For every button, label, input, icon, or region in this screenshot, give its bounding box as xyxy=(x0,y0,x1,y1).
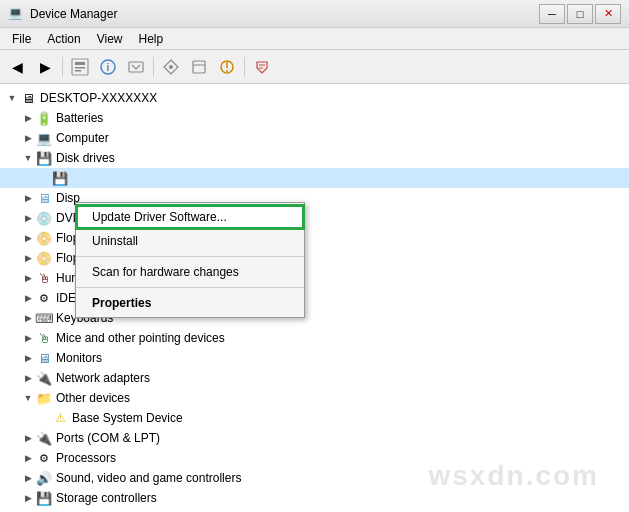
label-otherdevices: Other devices xyxy=(56,391,130,405)
app-icon: 💻 xyxy=(8,6,24,22)
expander-processors[interactable]: ▶ xyxy=(20,450,36,466)
tree-item-ports[interactable]: ▶ 🔌 Ports (COM & LPT) xyxy=(0,428,629,448)
ctx-separator-2 xyxy=(76,287,304,288)
main-area: ▼ 🖥 DESKTOP-XXXXXXX ▶ 🔋 Batteries ▶ 💻 Co… xyxy=(0,84,629,512)
svg-rect-6 xyxy=(129,62,143,72)
tree-item-disk-child[interactable]: 💾 xyxy=(0,168,629,188)
expander-otherdevices[interactable]: ▼ xyxy=(20,390,36,406)
label-basesystem: Base System Device xyxy=(72,411,183,425)
menu-bar: File Action View Help xyxy=(0,28,629,50)
maximize-button[interactable]: □ xyxy=(567,4,593,24)
menu-action[interactable]: Action xyxy=(39,30,88,48)
expander-human[interactable]: ▶ xyxy=(20,270,36,286)
ctx-item-scan[interactable]: Scan for hardware changes xyxy=(76,260,304,284)
tree-item-systemdevices[interactable]: ▶ ⚙ System devices xyxy=(0,508,629,512)
expander-diskdrives[interactable]: ▼ xyxy=(20,150,36,166)
menu-help[interactable]: Help xyxy=(131,30,172,48)
icon-dvd: 💿 xyxy=(36,210,52,226)
tree-item-batteries[interactable]: ▶ 🔋 Batteries xyxy=(0,108,629,128)
label-network: Network adapters xyxy=(56,371,150,385)
label-sound: Sound, video and game controllers xyxy=(56,471,241,485)
tree-item-storage[interactable]: ▶ 💾 Storage controllers xyxy=(0,488,629,508)
expander-floppy2[interactable]: ▶ xyxy=(20,250,36,266)
window-controls: ─ □ ✕ xyxy=(539,4,621,24)
expander-disk-child xyxy=(36,170,52,186)
expander-computer[interactable]: ▶ xyxy=(20,130,36,146)
label-ports: Ports (COM & LPT) xyxy=(56,431,160,445)
icon-human: 🖱 xyxy=(36,270,52,286)
label-root: DESKTOP-XXXXXXX xyxy=(40,91,157,105)
icon-basesystem: ⚠ xyxy=(52,410,68,426)
toolbar-btn-6[interactable] xyxy=(214,54,240,80)
tree-item-monitors[interactable]: ▶ 🖥 Monitors xyxy=(0,348,629,368)
menu-file[interactable]: File xyxy=(4,30,39,48)
expander-root[interactable]: ▼ xyxy=(4,90,20,106)
tree-item-mice[interactable]: ▶ 🖱 Mice and other pointing devices xyxy=(0,328,629,348)
toolbar: ◀ ▶ i xyxy=(0,50,629,84)
toolbar-btn-3[interactable] xyxy=(123,54,149,80)
expander-dvd[interactable]: ▶ xyxy=(20,210,36,226)
expander-monitors[interactable]: ▶ xyxy=(20,350,36,366)
ctx-label-uninstall: Uninstall xyxy=(92,234,138,248)
tree-item-otherdevices[interactable]: ▼ 📁 Other devices xyxy=(0,388,629,408)
title-bar: 💻 Device Manager ─ □ ✕ xyxy=(0,0,629,28)
icon-root: 🖥 xyxy=(20,90,36,106)
icon-ports: 🔌 xyxy=(36,430,52,446)
expander-ide[interactable]: ▶ xyxy=(20,290,36,306)
toolbar-separator-2 xyxy=(153,57,154,77)
label-mice: Mice and other pointing devices xyxy=(56,331,225,345)
toolbar-btn-7[interactable] xyxy=(249,54,275,80)
label-diskdrives: Disk drives xyxy=(56,151,115,165)
icon-storage: 💾 xyxy=(36,490,52,506)
label-batteries: Batteries xyxy=(56,111,103,125)
svg-rect-8 xyxy=(193,61,205,73)
toolbar-btn-4[interactable] xyxy=(158,54,184,80)
icon-monitors: 🖥 xyxy=(36,350,52,366)
expander-display[interactable]: ▶ xyxy=(20,190,36,206)
label-storage: Storage controllers xyxy=(56,491,157,505)
ctx-label-scan: Scan for hardware changes xyxy=(92,265,239,279)
menu-view[interactable]: View xyxy=(89,30,131,48)
svg-text:i: i xyxy=(107,62,110,73)
expander-ports[interactable]: ▶ xyxy=(20,430,36,446)
ctx-item-update[interactable]: Update Driver Software... xyxy=(76,205,304,229)
expander-mice[interactable]: ▶ xyxy=(20,330,36,346)
toolbar-separator-1 xyxy=(62,57,63,77)
label-monitors: Monitors xyxy=(56,351,102,365)
expander-network[interactable]: ▶ xyxy=(20,370,36,386)
label-processors: Processors xyxy=(56,451,116,465)
expander-basesystem xyxy=(36,410,52,426)
svg-rect-1 xyxy=(75,62,85,65)
toolbar-btn-5[interactable] xyxy=(186,54,212,80)
tree-item-basesystem[interactable]: ⚠ Base System Device xyxy=(0,408,629,428)
icon-floppy1: 📀 xyxy=(36,230,52,246)
svg-rect-2 xyxy=(75,67,85,69)
tree-item-root[interactable]: ▼ 🖥 DESKTOP-XXXXXXX xyxy=(0,88,629,108)
toolbar-btn-2[interactable]: i xyxy=(95,54,121,80)
toolbar-btn-1[interactable] xyxy=(67,54,93,80)
expander-floppy1[interactable]: ▶ xyxy=(20,230,36,246)
tree-item-computer[interactable]: ▶ 💻 Computer xyxy=(0,128,629,148)
icon-floppy2: 📀 xyxy=(36,250,52,266)
toolbar-separator-3 xyxy=(244,57,245,77)
tree-item-network[interactable]: ▶ 🔌 Network adapters xyxy=(0,368,629,388)
ctx-item-uninstall[interactable]: Uninstall xyxy=(76,229,304,253)
expander-storage[interactable]: ▶ xyxy=(20,490,36,506)
back-button[interactable]: ◀ xyxy=(4,54,30,80)
tree-item-diskdrives[interactable]: ▼ 💾 Disk drives xyxy=(0,148,629,168)
forward-button[interactable]: ▶ xyxy=(32,54,58,80)
tree-item-sound[interactable]: ▶ 🔊 Sound, video and game controllers xyxy=(0,468,629,488)
ctx-label-properties: Properties xyxy=(92,296,151,310)
tree-item-processors[interactable]: ▶ ⚙ Processors xyxy=(0,448,629,468)
ctx-item-properties[interactable]: Properties xyxy=(76,291,304,315)
expander-batteries[interactable]: ▶ xyxy=(20,110,36,126)
expander-sound[interactable]: ▶ xyxy=(20,470,36,486)
icon-diskdrives: 💾 xyxy=(36,150,52,166)
minimize-button[interactable]: ─ xyxy=(539,4,565,24)
icon-network: 🔌 xyxy=(36,370,52,386)
svg-point-12 xyxy=(226,70,228,72)
label-computer: Computer xyxy=(56,131,109,145)
icon-keyboards: ⌨ xyxy=(36,310,52,326)
window-title: Device Manager xyxy=(30,7,117,21)
close-button[interactable]: ✕ xyxy=(595,4,621,24)
